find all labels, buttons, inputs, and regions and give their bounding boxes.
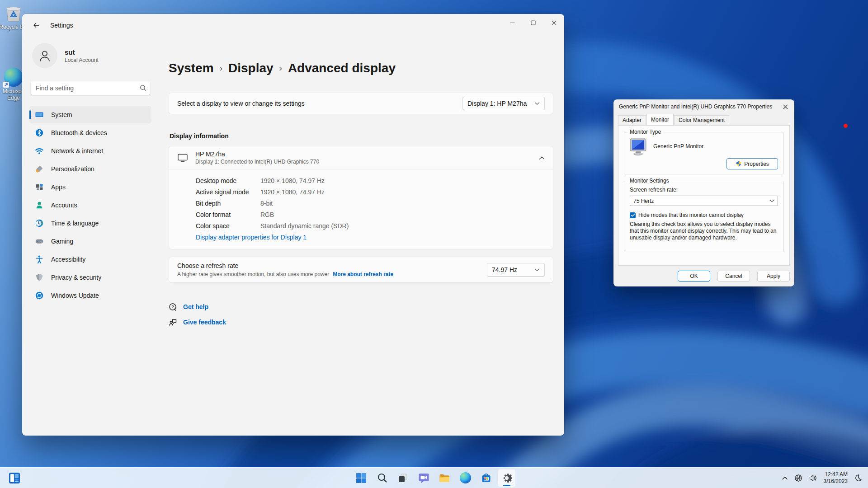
sidebar-item-personalization[interactable]: Personalization — [29, 160, 151, 178]
store-button[interactable] — [477, 469, 495, 487]
search-input[interactable] — [30, 81, 151, 95]
widgets-button[interactable] — [5, 469, 24, 487]
search-icon — [377, 473, 387, 483]
tab-color-management[interactable]: Color Management — [674, 115, 729, 125]
checkbox-checked-icon[interactable] — [630, 212, 636, 218]
windows-update-icon — [35, 291, 44, 300]
chat-icon — [418, 472, 429, 483]
monitor-icon — [177, 153, 188, 163]
sidebar-item-label: Gaming — [51, 238, 73, 245]
titlebar: Settings — [22, 14, 564, 37]
sidebar-item-time-language[interactable]: Time & language — [29, 215, 151, 232]
sidebar-item-accessibility[interactable]: Accessibility — [29, 251, 151, 268]
ok-button[interactable]: OK — [678, 271, 710, 282]
network-icon — [35, 146, 44, 155]
network-tray-button[interactable] — [791, 469, 806, 487]
store-icon — [481, 472, 492, 483]
tray-chevron-up-icon — [782, 476, 788, 480]
breadcrumb-system[interactable]: System — [169, 61, 214, 75]
sidebar-item-privacy-security[interactable]: Privacy & security — [29, 269, 151, 286]
edge-icon — [460, 472, 471, 483]
info-label: Desktop mode — [196, 175, 260, 187]
section-title: Display information — [170, 132, 553, 140]
accessibility-icon — [35, 255, 44, 264]
info-row: Active signal mode 1920 × 1080, 74.97 Hz — [196, 187, 545, 198]
refresh-rate-subtitle: A higher rate gives smoother motion, but… — [177, 271, 329, 277]
chat-button[interactable] — [415, 469, 433, 487]
sidebar-item-bluetooth-devices[interactable]: Bluetooth & devices — [29, 124, 151, 141]
sidebar-item-network-internet[interactable]: Network & internet — [29, 142, 151, 160]
display-information-card: HP M27ha Display 1: Connected to Intel(R… — [169, 146, 553, 249]
select-display-card: Select a display to view or change its s… — [169, 93, 553, 114]
settings-button[interactable] — [498, 469, 516, 487]
dialog-close-button[interactable] — [776, 100, 794, 113]
apply-button[interactable]: Apply — [757, 271, 790, 282]
sidebar-item-label: Privacy & security — [51, 274, 101, 281]
info-label: Color space — [196, 221, 260, 232]
info-label: Active signal mode — [196, 187, 260, 198]
display-select-value: Display 1: HP M27ha — [467, 100, 527, 107]
uac-shield-icon — [736, 161, 742, 167]
hide-modes-checkbox-row[interactable]: Hide modes that this monitor cannot disp… — [630, 212, 744, 218]
tab-adapter[interactable]: Adapter — [618, 115, 646, 125]
sidebar-item-apps[interactable]: Apps — [29, 178, 151, 196]
chevron-up-icon[interactable] — [539, 156, 545, 160]
refresh-rate-select[interactable]: 75 Hertz — [630, 196, 778, 206]
monitor-settings-group-label: Monitor Settings — [628, 178, 671, 184]
edge-button[interactable] — [456, 469, 474, 487]
monitor-type-name: Generic PnP Monitor — [653, 143, 703, 150]
sidebar-item-label: Apps — [51, 183, 66, 191]
task-view-button[interactable] — [394, 469, 412, 487]
task-view-icon — [397, 473, 408, 483]
more-about-refresh-rate-link[interactable]: More about refresh rate — [333, 271, 393, 277]
tray-time: 12:42 AM — [824, 471, 848, 478]
settings-gear-icon — [501, 473, 512, 483]
tray-clock[interactable]: 12:42 AM 3/16/2023 — [820, 471, 851, 485]
shortcut-arrow-icon — [3, 82, 9, 88]
breadcrumb-display[interactable]: Display — [228, 61, 274, 75]
start-button[interactable] — [352, 469, 370, 487]
display-information-header[interactable]: HP M27ha Display 1: Connected to Intel(R… — [169, 146, 553, 169]
sidebar-item-accounts[interactable]: Accounts — [29, 197, 151, 214]
info-row: Desktop mode 1920 × 1080, 74.97 Hz — [196, 175, 545, 187]
properties-button[interactable]: Properties — [726, 158, 778, 169]
sidebar-item-gaming[interactable]: Gaming — [29, 233, 151, 250]
chevron-down-icon — [534, 268, 540, 272]
back-button[interactable] — [28, 19, 44, 32]
volume-tray-button[interactable] — [806, 469, 820, 487]
give-feedback-link[interactable]: Give feedback — [169, 314, 226, 330]
bluetooth-icon — [35, 128, 44, 137]
crt-monitor-icon — [629, 138, 649, 156]
start-icon — [356, 473, 367, 483]
file-explorer-icon — [439, 472, 450, 484]
user-account[interactable]: sut Local Account — [29, 39, 151, 80]
cancel-button[interactable]: Cancel — [717, 271, 750, 282]
close-button[interactable] — [543, 14, 564, 31]
monitor-tab-page: Monitor Type Generic PnP Monitor Propert… — [618, 125, 790, 266]
display-adapter-properties-link[interactable]: Display adapter properties for Display 1 — [196, 232, 307, 243]
file-explorer-button[interactable] — [435, 469, 453, 487]
accounts-icon — [35, 201, 44, 210]
sidebar-item-windows-update[interactable]: Windows Update — [29, 287, 151, 304]
get-help-icon: ? — [169, 303, 177, 311]
tray-chevron-button[interactable] — [778, 469, 791, 487]
notification-center-button[interactable] — [851, 469, 865, 487]
refresh-rate-dropdown[interactable]: 74.97 Hz — [487, 263, 545, 277]
personalization-icon — [35, 164, 44, 174]
minimize-button[interactable] — [502, 14, 523, 31]
taskbar-search-button[interactable] — [373, 469, 391, 487]
refresh-rate-title: Choose a refresh rate — [177, 262, 393, 269]
dialog-title: Generic PnP Monitor and Intel(R) UHD Gra… — [619, 103, 776, 110]
info-label: Bit depth — [196, 198, 260, 209]
shield-icon — [35, 273, 44, 282]
get-help-link[interactable]: ? Get help — [169, 299, 208, 314]
info-value: RGB — [260, 209, 274, 221]
sidebar-item-system[interactable]: System — [29, 106, 151, 123]
sidebar-item-label: Bluetooth & devices — [51, 129, 107, 136]
user-account-type: Local Account — [65, 57, 99, 63]
tab-monitor[interactable]: Monitor — [646, 114, 674, 125]
sidebar-item-label: Accessibility — [51, 256, 85, 263]
display-select-dropdown[interactable]: Display 1: HP M27ha — [462, 97, 545, 110]
speaker-icon — [809, 474, 817, 482]
maximize-button[interactable] — [523, 14, 543, 31]
